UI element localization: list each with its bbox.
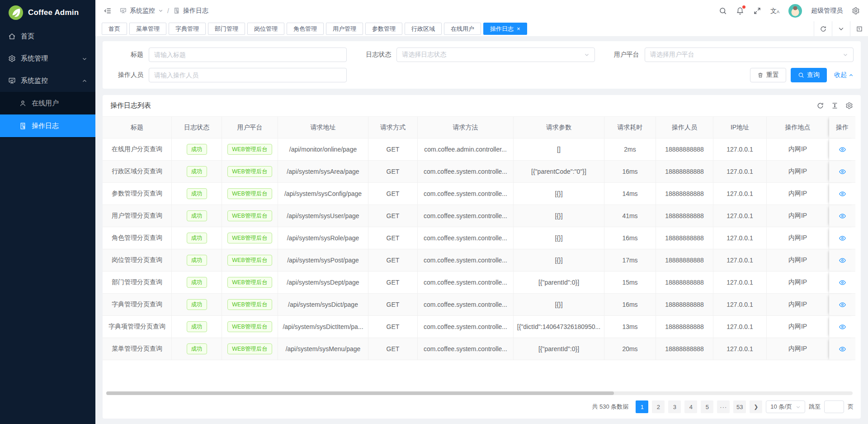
settings-gear-icon[interactable] <box>852 7 860 15</box>
cell-platform: WEB管理后台 <box>222 272 278 294</box>
next-page-button[interactable]: ❯ <box>750 400 762 413</box>
avatar[interactable] <box>788 4 802 18</box>
view-detail-button[interactable] <box>839 301 846 309</box>
view-detail-button[interactable] <box>839 323 846 331</box>
horizontal-scrollbar-thumb[interactable] <box>106 391 614 395</box>
cell-duration: 20ms <box>604 338 656 360</box>
tab-字典管理[interactable]: 字典管理 <box>169 23 206 35</box>
user-platform-select[interactable]: 请选择用户平台 <box>645 48 854 62</box>
page-button-1[interactable]: 1 <box>636 400 648 413</box>
eye-icon <box>839 146 846 153</box>
cell-location: 内网IP <box>767 249 829 272</box>
column-header-日志状态: 日志状态 <box>172 117 222 138</box>
table-row: 字典管理分页查询成功WEB管理后台/api/system/sysDict/pag… <box>103 294 855 316</box>
chevron-down-icon <box>158 8 163 13</box>
tab-操作日志[interactable]: 操作日志× <box>483 23 527 35</box>
refresh-button[interactable] <box>814 21 832 36</box>
current-user-name[interactable]: 超级管理员 <box>811 7 843 15</box>
log-status-placeholder: 请选择日志状态 <box>402 51 446 59</box>
column-settings-gear-icon[interactable] <box>845 102 853 110</box>
sidebar-item-system-monitor[interactable]: 系统监控 <box>0 70 95 92</box>
pager-ellipsis[interactable]: ··· <box>717 400 730 413</box>
cell-handler: com.coffee.admin.controller... <box>418 138 514 161</box>
platform-badge: WEB管理后台 <box>227 233 272 244</box>
tab-用户管理[interactable]: 用户管理 <box>326 23 363 35</box>
page-size-select[interactable]: 10 条/页 <box>766 400 805 413</box>
fullscreen-icon[interactable] <box>753 7 761 15</box>
cell-status: 成功 <box>172 249 222 272</box>
tab-首页[interactable]: 首页 <box>102 23 127 35</box>
cell-ip: 127.0.0.1 <box>713 338 767 360</box>
notifications-button[interactable] <box>736 7 744 15</box>
page-button-5[interactable]: 5 <box>701 400 713 413</box>
cell-duration: 16ms <box>604 294 656 316</box>
view-detail-button[interactable] <box>839 168 846 176</box>
tab-label: 岗位管理 <box>254 25 278 33</box>
tab-参数管理[interactable]: 参数管理 <box>365 23 402 35</box>
collapse-filters-link[interactable]: 收起 <box>834 71 854 79</box>
tab-岗位管理[interactable]: 岗位管理 <box>247 23 284 35</box>
page-button-53[interactable]: 53 <box>733 400 746 413</box>
jump-page-input[interactable] <box>824 400 844 413</box>
view-detail-button[interactable] <box>839 345 846 353</box>
cell-action <box>829 272 855 294</box>
row-density-icon[interactable] <box>831 102 839 110</box>
platform-badge: WEB管理后台 <box>227 210 272 222</box>
cell-params: [{}] <box>514 294 604 316</box>
app-logo: Coffee Admin <box>0 0 95 25</box>
horizontal-scrollbar[interactable] <box>106 391 853 395</box>
cell-title: 菜单管理分页查询 <box>103 338 172 360</box>
reset-button[interactable]: 重置 <box>750 68 786 82</box>
cell-action <box>829 138 855 161</box>
translate-icon[interactable]: 文A <box>770 8 779 14</box>
sidebar-item-home[interactable]: 首页 <box>0 25 95 48</box>
content-fullscreen-button[interactable] <box>850 21 868 36</box>
tab-options-button[interactable] <box>832 21 850 36</box>
sidebar-item-online-users[interactable]: 在线用户 <box>0 92 95 114</box>
platform-badge: WEB管理后台 <box>227 255 272 266</box>
view-detail-button[interactable] <box>839 234 846 242</box>
refresh-icon[interactable] <box>816 102 824 110</box>
cell-platform: WEB管理后台 <box>222 294 278 316</box>
cell-handler: com.coffee.system.controlle... <box>418 161 514 183</box>
eye-icon <box>839 234 846 242</box>
sidebar-item-operation-log[interactable]: 操作日志 <box>0 114 95 137</box>
title-input[interactable] <box>149 48 347 62</box>
view-detail-button[interactable] <box>839 212 846 220</box>
tab-角色管理[interactable]: 角色管理 <box>287 23 324 35</box>
cell-location: 内网IP <box>767 294 829 316</box>
breadcrumb-section[interactable]: 系统监控 <box>130 7 155 15</box>
view-detail-button[interactable] <box>839 190 846 198</box>
tab-label: 行政区域 <box>411 25 435 33</box>
log-status-select[interactable]: 请选择日志状态 <box>396 48 594 62</box>
cell-title: 部门管理分页查询 <box>103 272 172 294</box>
page-button-3[interactable]: 3 <box>668 400 681 413</box>
tab-close-icon[interactable]: × <box>517 26 520 32</box>
cell-duration: 13ms <box>604 316 656 338</box>
top-bar: 系统监控 / 操作日志 文A 超级管理员 <box>95 0 868 21</box>
view-detail-button[interactable] <box>839 279 846 286</box>
tab-菜单管理[interactable]: 菜单管理 <box>129 23 166 35</box>
tab-部门管理[interactable]: 部门管理 <box>208 23 245 35</box>
tab-bar: 首页菜单管理字典管理部门管理岗位管理角色管理用户管理参数管理行政区域在线用户操作… <box>95 21 868 37</box>
tab-在线用户[interactable]: 在线用户 <box>444 23 481 35</box>
search-icon[interactable] <box>719 7 727 15</box>
tab-行政区域[interactable]: 行政区域 <box>405 23 442 35</box>
page-size-value: 10 条/页 <box>770 403 792 411</box>
view-detail-button[interactable] <box>839 146 846 153</box>
sidebar-collapse-icon[interactable] <box>104 7 112 15</box>
column-header-操作人员: 操作人员 <box>656 117 713 138</box>
sidebar-item-label: 系统管理 <box>21 54 48 63</box>
search-button[interactable]: 查询 <box>791 68 827 82</box>
page-button-4[interactable]: 4 <box>684 400 697 413</box>
page-button-2[interactable]: 2 <box>652 400 665 413</box>
column-header-请求方法: 请求方法 <box>418 117 514 138</box>
cell-action <box>829 294 855 316</box>
table-row: 部门管理分页查询成功WEB管理后台/api/system/sysDept/pag… <box>103 272 855 294</box>
view-detail-button[interactable] <box>839 257 846 264</box>
cell-method: GET <box>368 183 418 205</box>
sidebar-item-system-management[interactable]: 系统管理 <box>0 48 95 70</box>
operator-input[interactable] <box>149 68 347 82</box>
breadcrumb: 系统监控 / 操作日志 <box>120 7 208 15</box>
eye-icon <box>839 212 846 220</box>
